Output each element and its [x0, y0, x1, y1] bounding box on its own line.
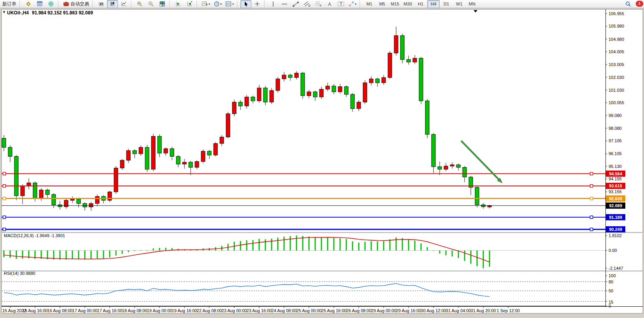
line-chart-icon — [121, 1, 127, 7]
macd-histogram-bar — [78, 250, 79, 259]
hline-handle[interactable] — [3, 172, 6, 175]
timeframe-mn-button[interactable]: MN — [466, 0, 478, 8]
data-window-button[interactable] — [34, 0, 45, 8]
chart-canvas[interactable]: 94.56493.61592.63992.08991.18990.249106.… — [0, 8, 644, 318]
periods-button[interactable]: ▾ — [212, 0, 223, 8]
chart-background — [2, 9, 643, 313]
dropdown-caret-icon[interactable]: ▾ — [355, 2, 356, 6]
dropdown-caret-icon[interactable]: ▾ — [220, 2, 222, 6]
text-label-button[interactable]: T — [335, 0, 346, 8]
timeframe-d1-button[interactable]: D1 — [440, 0, 453, 8]
zoom-in-button[interactable] — [134, 0, 145, 8]
trendline-icon — [293, 1, 299, 7]
candle-body — [270, 91, 274, 102]
equidistant-channel-icon: E — [304, 1, 311, 7]
timeframe-h1-button[interactable]: H1 — [414, 0, 427, 8]
candle-body — [170, 149, 174, 156]
toolbar: 新订单 自动交易 ▾ ▾ — [0, 0, 644, 8]
indicators-button[interactable]: ▾ — [200, 0, 212, 8]
hline-handle[interactable] — [3, 216, 6, 218]
hline-handle[interactable] — [590, 216, 593, 218]
macd-histogram-bar — [470, 250, 472, 264]
dropdown-caret-icon[interactable]: ▾ — [209, 2, 210, 6]
timeframe-m15-button[interactable]: M15 — [389, 0, 401, 8]
timeframe-h4-button[interactable]: H4 — [427, 0, 440, 8]
toolbar-separator — [237, 1, 239, 7]
candle-body — [239, 102, 242, 106]
candle-body — [425, 101, 429, 134]
navigator-button[interactable] — [46, 0, 56, 8]
crosshair-button[interactable] — [252, 0, 263, 8]
zoom-out-button[interactable] — [146, 0, 156, 8]
equidistant-channel-button[interactable]: E — [302, 0, 312, 8]
macd-histogram-bar — [134, 250, 135, 251]
hline-handle[interactable] — [3, 185, 6, 187]
macd-histogram-bar — [16, 250, 17, 259]
price-axis-label: 104.980 — [609, 37, 624, 42]
candle-body — [83, 204, 87, 207]
auto-scroll-button[interactable] — [173, 0, 184, 8]
horizontal-line-button[interactable] — [279, 0, 290, 8]
candle-body — [126, 150, 130, 160]
autotrading-button[interactable]: 自动交易 — [61, 0, 91, 8]
macd-histogram-bar — [72, 250, 73, 259]
candlestick-chart-button[interactable] — [107, 0, 118, 8]
candle-body — [338, 87, 342, 92]
macd-histogram-bar — [10, 250, 11, 258]
macd-histogram-bar — [352, 241, 353, 250]
macd-histogram-bar — [66, 250, 67, 259]
macd-histogram-bar — [97, 250, 98, 259]
new-order-button[interactable]: 新订单 — [1, 0, 18, 8]
timeframe-m5-button[interactable]: M5 — [376, 0, 388, 8]
templates-button[interactable]: ▾ — [224, 0, 235, 8]
macd-histogram-bar — [439, 250, 440, 253]
candle-body — [307, 92, 311, 96]
channel-letter: E — [309, 4, 311, 7]
macd-histogram-bar — [84, 250, 86, 259]
vertical-line-button[interactable] — [268, 0, 279, 8]
candle-body — [33, 183, 37, 198]
candle-body — [407, 59, 411, 62]
text-letter: A — [328, 2, 331, 7]
hline-handle[interactable] — [590, 185, 593, 187]
timeframe-m30-button[interactable]: M30 — [402, 0, 414, 8]
one-click-trading-collapse-icon[interactable]: ▼ — [2, 10, 6, 14]
price-axis-label: 102.030 — [609, 75, 624, 80]
crosshair-icon — [254, 1, 260, 7]
time-axis-label: 29 Aug 00:00 — [371, 308, 397, 313]
notifications-button[interactable]: 1 — [634, 0, 643, 8]
candle-body — [201, 151, 205, 162]
chart-shift-button[interactable] — [184, 0, 195, 8]
hline-handle[interactable] — [3, 228, 6, 231]
time-axis-label: 25 Aug 16:00 — [321, 308, 347, 313]
candle-body — [120, 160, 124, 168]
toolbar-separator — [19, 1, 21, 7]
macd-histogram-bar — [402, 238, 403, 250]
market-watch-button[interactable] — [23, 0, 34, 8]
cursor-button[interactable] — [240, 0, 251, 8]
time-axis-label: 29 Aug 16:00 — [396, 308, 421, 313]
text-button[interactable]: A — [324, 0, 335, 8]
macd-histogram-bar — [408, 239, 409, 250]
bar-chart-button[interactable] — [96, 0, 107, 8]
hline-handle[interactable] — [590, 172, 593, 175]
tile-windows-button[interactable] — [157, 0, 168, 8]
macd-histogram-bar — [116, 250, 117, 255]
candle-body — [95, 196, 99, 203]
time-axis-label: 25 Aug 00:00 — [297, 308, 322, 313]
hline-handle[interactable] — [590, 197, 593, 200]
fibonacci-button[interactable]: F — [313, 0, 324, 8]
search-button[interactable] — [623, 0, 633, 8]
hline-handle[interactable] — [590, 228, 593, 231]
arrows-button[interactable]: ▾ — [347, 0, 358, 8]
line-chart-button[interactable] — [118, 0, 129, 8]
candle-body — [282, 75, 286, 79]
timeframe-m1-button[interactable]: M1 — [363, 0, 376, 8]
dropdown-caret-icon[interactable]: ▾ — [232, 2, 234, 6]
timeframe-w1-button[interactable]: W1 — [453, 0, 465, 8]
candle-body — [376, 79, 379, 83]
candle-body — [182, 162, 186, 164]
trendline-button[interactable] — [290, 0, 301, 8]
candle-body — [363, 83, 367, 102]
hline-handle[interactable] — [3, 197, 6, 200]
